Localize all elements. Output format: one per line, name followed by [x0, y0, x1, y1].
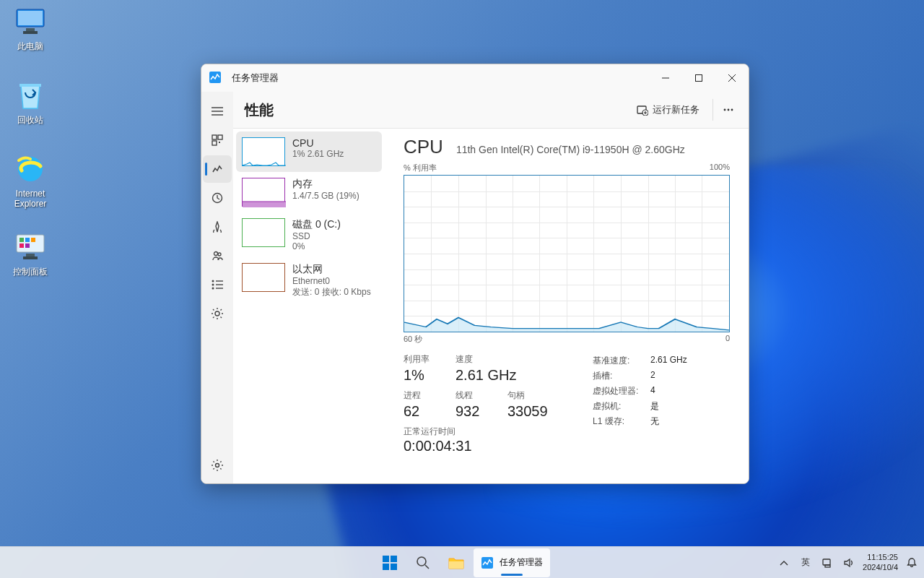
desktop-icon-control-panel[interactable]: 控制面板	[1, 230, 59, 277]
svg-point-39	[727, 109, 729, 111]
svg-point-26	[214, 252, 218, 256]
start-button[interactable]	[374, 548, 406, 577]
taskbar: 任务管理器 英 11:15:25 2024/10/4	[0, 546, 924, 578]
page-title: 性能	[245, 100, 274, 120]
svg-point-32	[212, 288, 214, 290]
desktop-icon-recycle-bin[interactable]: 回收站	[1, 78, 59, 125]
task-manager-icon	[209, 71, 223, 85]
svg-point-30	[212, 284, 214, 286]
svg-point-27	[218, 253, 221, 256]
ethernet-sparkline	[242, 263, 285, 292]
perf-item-disk[interactable]: 磁盘 0 (C:) SSD 0%	[236, 212, 382, 257]
svg-rect-11	[26, 254, 35, 256]
search-button[interactable]	[407, 548, 439, 577]
svg-rect-51	[823, 559, 830, 565]
nav-details[interactable]	[203, 271, 232, 298]
task-manager-window: 任务管理器	[201, 64, 749, 484]
desktop-icon-label: 此电脑	[17, 41, 43, 51]
nav-startup[interactable]	[203, 213, 232, 241]
control-panel-icon	[13, 230, 48, 264]
svg-rect-3	[23, 31, 38, 34]
run-task-label: 运行新任务	[653, 103, 699, 116]
svg-point-47	[417, 557, 426, 566]
performance-sidebar: CPU 1% 2.61 GHz 内存 1.4/7.5 GB (19%)	[233, 129, 385, 483]
nav-performance[interactable]	[203, 155, 232, 183]
prop-label: 虚拟处理器:	[593, 385, 650, 397]
task-manager-icon	[481, 556, 494, 569]
prop-value-sockets: 2	[650, 370, 655, 382]
perf-item-sub: 发送: 0 接收: 0 Kbps	[292, 286, 371, 298]
svg-point-38	[723, 109, 725, 111]
svg-rect-44	[391, 556, 397, 562]
clock[interactable]: 11:15:25 2024/10/4	[863, 553, 898, 571]
svg-rect-8	[31, 238, 35, 242]
stat-value-utilization: 1%	[404, 367, 441, 384]
perf-item-sub: Ethernet0	[292, 276, 371, 286]
nav-app-history[interactable]	[203, 184, 232, 212]
titlebar[interactable]: 任务管理器	[201, 64, 749, 92]
stat-value-threads: 932	[456, 403, 493, 420]
perf-item-sub: 1% 2.61 GHz	[292, 149, 344, 159]
stat-label: 利用率	[404, 353, 441, 366]
cpu-usage-graph[interactable]	[404, 175, 730, 332]
desktop-icon-internet-explorer[interactable]: Internet Explorer	[1, 152, 59, 210]
desktop-icon-label: Internet Explorer	[1, 189, 59, 210]
close-button[interactable]	[715, 64, 749, 92]
svg-rect-10	[25, 243, 30, 248]
perf-item-title: 内存	[292, 178, 359, 191]
perf-item-sub: SSD	[292, 231, 341, 241]
perf-item-memory[interactable]: 内存 1.4/7.5 GB (19%)	[236, 172, 382, 212]
notifications-icon[interactable]	[904, 555, 920, 571]
cpu-sparkline	[242, 137, 285, 166]
desktop-icon-this-pc[interactable]: 此电脑	[1, 4, 59, 51]
volume-icon[interactable]	[841, 555, 857, 571]
nav-users[interactable]	[203, 242, 232, 269]
app-title: 任务管理器	[232, 72, 649, 85]
recycle-bin-icon	[13, 78, 48, 113]
svg-rect-49	[449, 561, 463, 569]
file-explorer-button[interactable]	[440, 548, 472, 577]
desktop-icon-label: 回收站	[17, 115, 43, 125]
graph-ymax: 100%	[710, 163, 730, 173]
hamburger-icon[interactable]	[203, 98, 232, 125]
svg-rect-15	[696, 75, 702, 82]
svg-rect-7	[25, 238, 30, 242]
memory-sparkline	[242, 178, 285, 207]
maximize-button[interactable]	[682, 64, 715, 92]
cpu-model: 11th Gen Intel(R) Core(TM) i9-11950H @ 2…	[456, 144, 685, 155]
minimize-button[interactable]	[649, 64, 682, 92]
nav-processes[interactable]	[203, 126, 232, 154]
system-tray: 英 11:15:25 2024/10/4	[776, 553, 920, 571]
cpu-line-path	[404, 176, 729, 332]
perf-item-sub: 1.4/7.5 GB (19%)	[292, 191, 359, 201]
prop-value-vm: 是	[650, 400, 659, 413]
disk-sparkline	[242, 218, 285, 247]
stat-label: 句柄	[507, 389, 548, 402]
svg-rect-52	[825, 565, 830, 567]
taskbar-active-label: 任务管理器	[500, 556, 543, 569]
svg-line-48	[425, 565, 429, 569]
nav-services[interactable]	[203, 300, 232, 327]
perf-item-cpu[interactable]: CPU 1% 2.61 GHz	[236, 131, 382, 172]
svg-point-34	[215, 311, 219, 316]
network-icon[interactable]	[819, 555, 835, 571]
nav-settings[interactable]	[203, 452, 232, 479]
svg-point-28	[212, 280, 214, 282]
detail-heading: CPU	[404, 136, 443, 158]
svg-point-40	[731, 109, 733, 111]
perf-item-title: 以太网	[292, 263, 371, 276]
stat-label: 速度	[456, 353, 516, 366]
perf-item-title: CPU	[292, 137, 344, 149]
desktop-icon-label: 控制面板	[13, 267, 48, 277]
perf-item-ethernet[interactable]: 以太网 Ethernet0 发送: 0 接收: 0 Kbps	[236, 257, 382, 304]
svg-rect-1	[18, 11, 43, 25]
chevron-up-icon[interactable]	[776, 555, 792, 571]
graph-xlabel-right: 0	[725, 334, 730, 345]
prop-label: 基准速度:	[593, 355, 650, 367]
ie-icon	[13, 152, 48, 186]
more-options-button[interactable]	[712, 99, 734, 121]
run-new-task-button[interactable]: 运行新任务	[629, 99, 707, 121]
taskbar-active-app[interactable]: 任务管理器	[474, 548, 550, 577]
ime-indicator[interactable]: 英	[798, 555, 814, 571]
stat-value-handles: 33059	[507, 403, 548, 420]
